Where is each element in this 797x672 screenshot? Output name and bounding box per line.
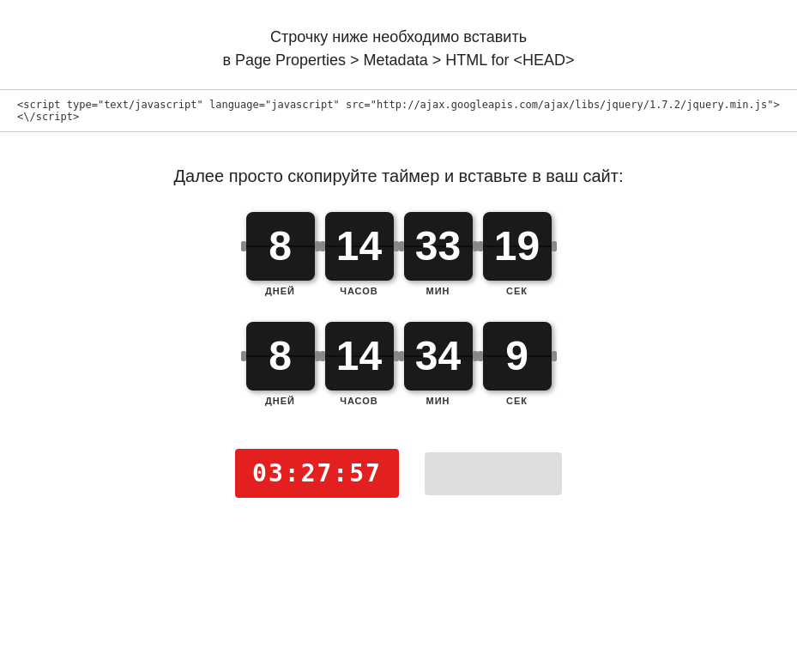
flip-card-minutes-2: 34 [404, 322, 473, 390]
flip-label-hours-1: ЧАСОВ [340, 286, 378, 296]
flip-label-seconds-2: СЕК [506, 396, 528, 406]
code-snippet: <script type="text/javascript" language=… [0, 89, 797, 132]
timers-section: 8 ДНЕЙ 14 ЧАСОВ 33 МИН 19 СЕК [0, 212, 797, 406]
grey-placeholder-box [425, 452, 562, 495]
instruction-line2: в Page Properties > Metadata > HTML for … [17, 49, 780, 72]
timer1-days: 8 ДНЕЙ [246, 212, 315, 296]
copy-instruction: Далее просто скопируйте таймер и вставьт… [0, 166, 797, 186]
flip-number-minutes-2: 34 [415, 336, 461, 377]
timer-row-1: 8 ДНЕЙ 14 ЧАСОВ 33 МИН 19 СЕК [246, 212, 552, 296]
flip-card-seconds-2: 9 [483, 322, 552, 390]
timer1-minutes: 33 МИН [404, 212, 473, 296]
flip-label-days-1: ДНЕЙ [265, 286, 295, 296]
flip-card-minutes-1: 33 [404, 212, 473, 281]
flip-number-hours-2: 14 [336, 336, 382, 377]
top-instruction: Строчку ниже необходимо вставить в Page … [0, 0, 797, 81]
flip-label-seconds-1: СЕК [506, 286, 528, 296]
flip-number-days-1: 8 [269, 226, 292, 267]
timer-row-2: 8 ДНЕЙ 14 ЧАСОВ 34 МИН 9 СЕК [246, 322, 552, 406]
flip-label-days-2: ДНЕЙ [265, 396, 295, 406]
timer1-hours: 14 ЧАСОВ [325, 212, 394, 296]
flip-card-seconds-1: 19 [483, 212, 552, 281]
flip-number-seconds-2: 9 [505, 336, 528, 377]
timer2-days: 8 ДНЕЙ [246, 322, 315, 406]
flip-card-hours-1: 14 [325, 212, 394, 281]
flip-label-minutes-2: МИН [426, 396, 450, 406]
timer2-hours: 14 ЧАСОВ [325, 322, 394, 406]
flip-number-hours-1: 14 [336, 226, 382, 267]
timer1-seconds: 19 СЕК [483, 212, 552, 296]
flip-card-hours-2: 14 [325, 322, 394, 390]
bottom-section: 03:27:57 [0, 449, 797, 498]
flip-card-days-1: 8 [246, 212, 315, 281]
flip-number-days-2: 8 [269, 336, 292, 377]
flip-label-minutes-1: МИН [426, 286, 450, 296]
timer2-seconds: 9 СЕК [483, 322, 552, 406]
flip-card-days-2: 8 [246, 322, 315, 390]
timer2-minutes: 34 МИН [404, 322, 473, 406]
instruction-line1: Строчку ниже необходимо вставить [17, 26, 780, 49]
clock-display: 03:27:57 [235, 449, 399, 498]
right-notch [552, 351, 557, 361]
flip-number-minutes-1: 33 [415, 226, 461, 267]
code-text: <script type="text/javascript" language=… [17, 99, 780, 123]
right-notch [552, 241, 557, 251]
flip-label-hours-2: ЧАСОВ [340, 396, 378, 406]
flip-number-seconds-1: 19 [494, 226, 540, 267]
